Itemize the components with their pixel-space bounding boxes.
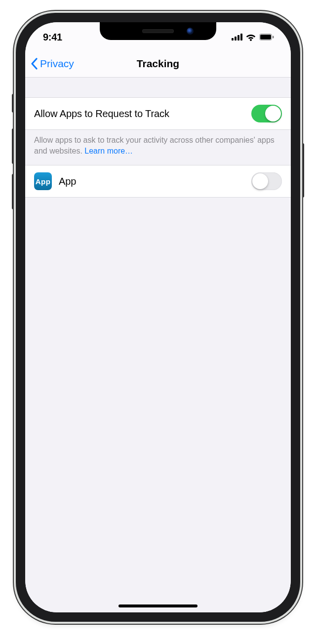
allow-tracking-cell: Allow Apps to Request to Track: [25, 97, 291, 130]
allow-tracking-footer: Allow apps to ask to track your activity…: [25, 130, 291, 165]
bezel: 9:41: [25, 22, 291, 612]
volume-down: [12, 174, 15, 209]
nav-bar: Privacy Tracking: [25, 50, 291, 78]
status-time: 9:41: [43, 30, 62, 43]
footer-text: Allow apps to ask to track your activity…: [34, 136, 275, 155]
volume-up: [12, 128, 15, 164]
back-button[interactable]: Privacy: [30, 50, 74, 77]
svg-point-4: [250, 39, 252, 41]
front-camera: [187, 28, 194, 35]
home-indicator[interactable]: [118, 604, 198, 607]
speaker-grille: [142, 29, 174, 33]
notch: [100, 22, 216, 40]
power-button: [301, 143, 304, 198]
svg-rect-7: [273, 36, 274, 39]
app-name-label: App: [59, 176, 76, 187]
content: Allow Apps to Request to Track Allow app…: [25, 78, 291, 612]
svg-rect-3: [240, 34, 242, 40]
battery-icon: [259, 34, 274, 40]
allow-tracking-label: Allow Apps to Request to Track: [34, 108, 169, 120]
app-tracking-cell: App App: [25, 165, 291, 198]
svg-rect-0: [232, 38, 234, 40]
allow-tracking-toggle[interactable]: [251, 105, 282, 122]
screen: 9:41: [25, 22, 291, 612]
phone-frame: 9:41: [16, 13, 300, 622]
mute-switch: [12, 94, 15, 113]
wifi-icon: [245, 33, 256, 41]
cellular-icon: [232, 34, 242, 40]
svg-rect-6: [260, 35, 271, 40]
learn-more-link[interactable]: Learn more…: [84, 147, 133, 155]
app-icon: App: [34, 172, 52, 190]
chevron-left-icon: [30, 58, 38, 70]
back-label: Privacy: [40, 58, 74, 70]
svg-rect-1: [235, 37, 237, 40]
page-title: Tracking: [137, 58, 179, 70]
svg-rect-2: [237, 35, 239, 40]
app-tracking-toggle[interactable]: [251, 172, 282, 190]
status-icons: [232, 31, 274, 41]
